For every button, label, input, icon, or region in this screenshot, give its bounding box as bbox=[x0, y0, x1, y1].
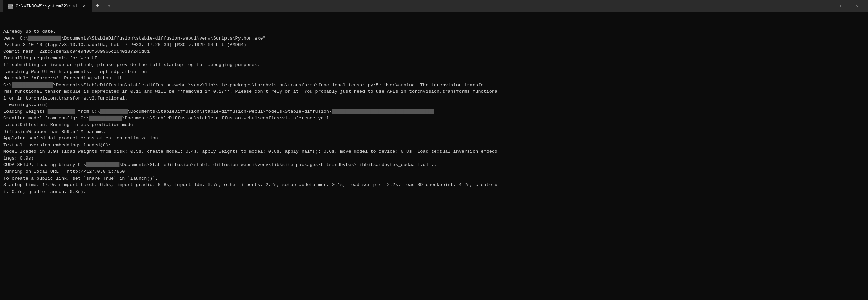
terminal-line: If submitting an issue on github, please… bbox=[3, 62, 865, 69]
svg-text:C:\: C:\ bbox=[8, 5, 13, 8]
terminal-line: Textual inversion embeddings loaded(0): bbox=[3, 142, 865, 149]
terminal-line: DiffusionWrapper has 859.52 M params. bbox=[3, 129, 865, 135]
terminal-line: Loading weights ██████████ from C:\█████… bbox=[3, 108, 865, 115]
redacted-text: ████████████ bbox=[28, 36, 61, 41]
terminal-line: rms.functional_tensor module is deprecat… bbox=[3, 88, 865, 95]
maximize-button[interactable]: □ bbox=[834, 0, 850, 12]
terminal-line: LatentDiffusion: Running in eps-predicti… bbox=[3, 122, 865, 129]
tab-close-button[interactable]: ✕ bbox=[81, 3, 87, 9]
terminal-line: Launching Web UI with arguments: --opt-s… bbox=[3, 69, 865, 75]
terminal-line: warnings.warn( bbox=[3, 102, 865, 108]
window-controls: ─ □ ✕ bbox=[818, 0, 865, 12]
terminal-line: Installing requirements for Web UI bbox=[3, 55, 865, 62]
tab-bar: C:\ C:\WINDOWS\system32\cmd ✕ + ▾ bbox=[3, 0, 818, 12]
terminal-line: Model loaded in 3.9s (load weights from … bbox=[3, 148, 865, 155]
tab-label: C:\WINDOWS\system32\cmd bbox=[16, 4, 77, 9]
redacted-text: ████████████ bbox=[89, 116, 122, 121]
terminal-line: To create a public link, set `share=True… bbox=[3, 175, 865, 182]
terminal-line: Creating model from config: C:\█████████… bbox=[3, 115, 865, 122]
terminal-line: i: 0.7s, gradio launch: 0.3s). bbox=[3, 189, 865, 195]
redacted-text: █████████████████████████████████████ bbox=[332, 109, 434, 114]
terminal-line: No module 'xformers'. Proceeding without… bbox=[3, 75, 865, 82]
redacted-text: ███████████████ bbox=[12, 82, 53, 88]
minimize-button[interactable]: ─ bbox=[818, 0, 834, 12]
terminal-line: venv "C:\████████████\Documents\StableDi… bbox=[3, 35, 865, 42]
terminal-line: l or in torchvision.transforms.v2.functi… bbox=[3, 95, 865, 102]
new-tab-button[interactable]: + bbox=[92, 0, 103, 12]
terminal-window: C:\ C:\WINDOWS\system32\cmd ✕ + ▾ ─ □ ✕ bbox=[0, 0, 868, 300]
terminal-line: Python 3.10.10 (tags/v3.10.10:aad5f6a, F… bbox=[3, 42, 865, 48]
redacted-text: ██████████ bbox=[100, 109, 128, 114]
terminal-line: Startup time: 17.9s (import torch: 6.5s,… bbox=[3, 182, 865, 189]
redacted-text: ████████████ bbox=[86, 162, 119, 167]
redacted-text: ██████████ bbox=[48, 109, 75, 114]
tab-dropdown-button[interactable]: ▾ bbox=[103, 0, 115, 12]
active-tab[interactable]: C:\ C:\WINDOWS\system32\cmd ✕ bbox=[3, 0, 92, 12]
terminal-line: CUDA SETUP: Loading binary C:\██████████… bbox=[3, 162, 865, 168]
title-bar: C:\ C:\WINDOWS\system32\cmd ✕ + ▾ ─ □ ✕ bbox=[0, 0, 868, 12]
terminal-output: Already up to date.venv "C:\████████████… bbox=[0, 12, 868, 300]
terminal-line: Applying scaled dot product cross attent… bbox=[3, 135, 865, 142]
terminal-line: Commit hash: 22bcc7be428c94e9408f589966c… bbox=[3, 48, 865, 55]
terminal-line: Running on local URL: http://127.0.0.1:7… bbox=[3, 168, 865, 175]
terminal-line: Already up to date. bbox=[3, 28, 865, 35]
terminal-line: C:\███████████████\Documents\StableDiffu… bbox=[3, 82, 865, 89]
terminal-line: ings: 0.9s). bbox=[3, 155, 865, 162]
cmd-icon: C:\ bbox=[7, 3, 13, 9]
close-button[interactable]: ✕ bbox=[850, 0, 865, 12]
